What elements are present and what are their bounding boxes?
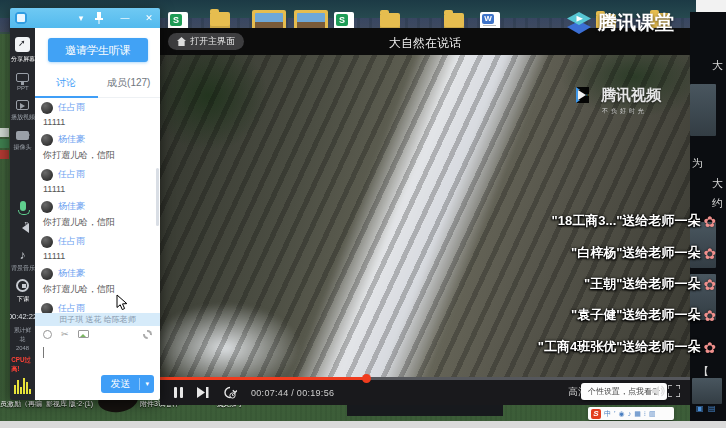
invite-students-button[interactable]: 邀请学生听课 <box>48 38 148 62</box>
strip-speaker-icon[interactable]: ▣ <box>696 404 704 413</box>
chat-text: 你打遛儿哈，信阳 <box>43 149 154 162</box>
ime-icon[interactable]: ▦ <box>634 410 641 417</box>
player-time: 00:07:44 / 00:19:56 <box>251 388 334 398</box>
gear-icon[interactable] <box>143 330 152 339</box>
scissors-icon[interactable]: ✂ <box>61 330 69 339</box>
chat-username[interactable]: 任占雨 <box>58 168 85 181</box>
sidebar-label: 分享屏幕 <box>10 55 34 64</box>
avatar <box>41 236 53 248</box>
class-timer: 00:42:22 <box>10 312 37 321</box>
chat-username[interactable]: 杨佳豪 <box>58 133 85 146</box>
minimize-button[interactable]: — <box>118 11 132 25</box>
end-class-button[interactable]: 下课 <box>16 279 30 304</box>
desktop-fragment <box>0 150 9 159</box>
play-video-icon <box>16 100 29 110</box>
gift-message: "18工商3..."送给老师一朵 ✿ <box>552 212 716 230</box>
progress-track[interactable] <box>160 377 690 380</box>
next-button[interactable] <box>197 387 209 398</box>
sidebar-label: 摄像头 <box>13 143 31 152</box>
send-button[interactable]: 发送 ▾ <box>101 375 154 393</box>
strip-text: 【 <box>698 364 709 379</box>
microphone-icon[interactable] <box>20 201 26 211</box>
chat-scrollbar[interactable] <box>156 168 159 226</box>
avatar <box>41 134 53 146</box>
chat-message: 杨佳豪 你打遛儿哈，信阳 <box>41 267 154 296</box>
window-edge-fragment <box>347 405 503 416</box>
chat-message: 任占雨 11111 <box>41 168 154 194</box>
chat-message: 杨佳豪 你打遛儿哈，信阳 <box>41 133 154 162</box>
ime-icon[interactable]: ⁝ <box>644 410 646 417</box>
chat-username[interactable]: 任占雨 <box>58 235 85 248</box>
desktop-fragment <box>0 139 9 148</box>
ppt-icon <box>16 73 29 82</box>
progress-played <box>160 377 366 380</box>
sidebar-item-camera[interactable]: 摄像头 <box>12 131 33 152</box>
speaker-icon[interactable] <box>17 223 29 233</box>
chat-text: 11111 <box>43 184 154 194</box>
watermark-slogan: 不负好时光 <box>602 107 688 116</box>
open-main-label: 打开主界面 <box>190 35 235 48</box>
chat-text: 你打遛儿哈，信阳 <box>43 283 154 296</box>
desktop-icon-label[interactable]: 员激励（再编 <box>0 399 42 409</box>
tools-sidebar: 分享屏幕 PPT 播放视频 摄像头 ♪ 背景音乐 <box>10 28 35 400</box>
sidebar-label: 播放视频 <box>10 113 34 122</box>
gift-notice-banner: 田子琪 送花 给陈老师 <box>35 313 160 326</box>
desktop-icon-label[interactable]: 影视库 版·2·(1) <box>46 399 93 409</box>
video-thumbnail[interactable] <box>690 84 716 136</box>
close-button[interactable]: ✕ <box>142 11 156 25</box>
chat-tabs: 讨论 成员(127) <box>35 70 160 98</box>
chat-username[interactable]: 杨佳豪 <box>58 200 85 213</box>
chat-username[interactable]: 杨佳豪 <box>58 267 85 280</box>
fullscreen-icon[interactable] <box>668 385 680 397</box>
sidebar-item-music[interactable]: ♪ 背景音乐 <box>10 239 37 273</box>
avatar <box>41 102 53 114</box>
sidebar-item-share-screen[interactable]: 分享屏幕 <box>10 37 37 64</box>
chevron-down-icon[interactable]: ▾ <box>74 11 88 25</box>
message-list[interactable]: 任占雨 11111 杨佳豪 你打遛儿哈，信阳 任占雨 11111 <box>35 98 160 313</box>
titlebar[interactable]: ▾ — ✕ <box>10 8 160 28</box>
pin-icon[interactable] <box>94 12 104 24</box>
progress-handle[interactable] <box>362 374 371 383</box>
chat-text: 11111 <box>43 251 154 261</box>
emoji-icon[interactable] <box>43 330 52 339</box>
player-bar: 00:07:44 / 00:19:56 高清 个性设置，点我看看 <box>160 377 690 405</box>
sidebar-label: 下课 <box>16 294 28 303</box>
gift-text: "白梓杨"送给老师一朵 <box>571 244 700 262</box>
send-options-caret-icon[interactable]: ▾ <box>140 380 154 388</box>
loop-mode-button[interactable] <box>223 386 237 399</box>
image-icon[interactable] <box>78 330 89 338</box>
tab-discussion[interactable]: 讨论 <box>35 70 98 97</box>
gift-message: "王朝"送给老师一朵 ✿ <box>584 275 716 293</box>
gift-text: "王朝"送给老师一朵 <box>584 275 700 293</box>
avatar <box>41 201 53 213</box>
video-thumbnail[interactable] <box>692 378 722 404</box>
send-row: 发送 ▾ <box>35 374 160 400</box>
message-input[interactable] <box>35 342 160 374</box>
gift-message: "白梓杨"送给老师一朵 ✿ <box>571 244 716 262</box>
ime-icon[interactable]: ♪ <box>628 410 632 417</box>
strip-grid-icon[interactable]: ▤ <box>708 404 716 413</box>
stat-value: 2048 <box>11 343 34 352</box>
composer-toolbar: ✂ <box>35 326 160 342</box>
app-logo-icon <box>15 12 27 24</box>
desktop-fragment <box>0 128 9 137</box>
chat-username[interactable]: 任占雨 <box>58 101 85 114</box>
open-main-button[interactable]: 打开主界面 <box>168 33 244 50</box>
ime-icon[interactable]: ◉ <box>619 410 625 417</box>
ime-icon[interactable]: ▥ <box>649 410 656 417</box>
chat-username[interactable]: 任占雨 <box>58 302 85 313</box>
flower-icon: ✿ <box>703 246 716 261</box>
chat-text: 你打遛儿哈，信阳 <box>43 216 154 229</box>
sidebar-item-ppt[interactable]: PPT <box>16 73 30 91</box>
sidebar-item-play-video[interactable]: 播放视频 <box>10 100 37 122</box>
gift-text: "18工商3..."送给老师一朵 <box>552 212 701 230</box>
strip-text: 大 <box>712 58 723 73</box>
flower-stat: 累计鲜花 2048 <box>11 325 34 351</box>
tab-members[interactable]: 成员(127) <box>98 70 161 97</box>
sogou-logo-icon[interactable]: S <box>591 409 601 419</box>
volume-icon[interactable] <box>652 385 665 397</box>
pause-button[interactable] <box>174 387 183 398</box>
ime-icon[interactable]: 中 <box>604 410 611 417</box>
strip-text: 为 <box>692 156 703 171</box>
ime-icon[interactable]: ’ <box>614 410 616 417</box>
